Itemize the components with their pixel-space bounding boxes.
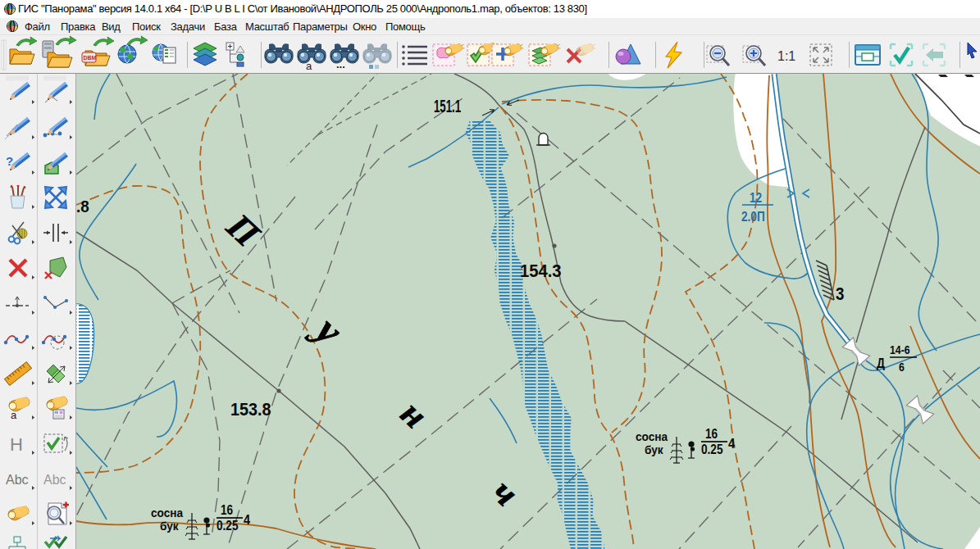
svg-text:DBM: DBM	[84, 55, 97, 61]
svg-text:14-6: 14-6	[890, 343, 910, 356]
svg-text:2.0П: 2.0П	[741, 210, 765, 224]
svg-text:16: 16	[221, 503, 233, 517]
svg-text:1:1: 1:1	[777, 49, 795, 63]
svg-text:4: 4	[244, 512, 250, 527]
svg-text:сосна: сосна	[151, 506, 184, 520]
svg-text:16: 16	[705, 427, 718, 441]
svg-text:.8: .8	[76, 197, 89, 216]
svg-text:Abc: Abc	[6, 473, 29, 487]
svg-text:154.3: 154.3	[520, 261, 562, 280]
svg-text:3: 3	[836, 284, 844, 304]
svg-text:Abc: Abc	[43, 473, 66, 487]
svg-text:151.1: 151.1	[434, 97, 461, 116]
svg-text:6: 6	[899, 361, 905, 374]
svg-text:a: a	[11, 409, 17, 421]
svg-text:у: у	[304, 305, 353, 354]
svg-text:a: a	[306, 60, 312, 72]
svg-text:н: н	[393, 392, 435, 436]
svg-text:12: 12	[750, 191, 762, 205]
svg-text:4: 4	[728, 436, 735, 451]
svg-text:бук: бук	[160, 519, 179, 533]
svg-text:H: H	[10, 434, 23, 455]
svg-text:бук: бук	[645, 442, 663, 456]
svg-text:...: ...	[336, 58, 345, 70]
svg-text:0.25: 0.25	[217, 519, 238, 533]
svg-text:Д: Д	[877, 356, 885, 371]
svg-text:П: П	[218, 206, 267, 256]
svg-text:0.25: 0.25	[701, 442, 722, 456]
svg-text:153.8: 153.8	[230, 399, 271, 419]
svg-text:ч: ч	[485, 471, 526, 514]
svg-text:сосна: сосна	[636, 429, 668, 443]
